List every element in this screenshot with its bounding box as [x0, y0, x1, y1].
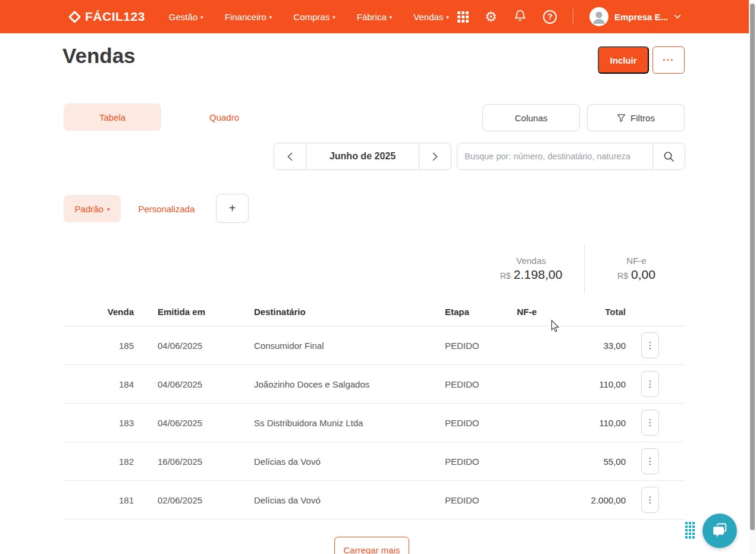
avatar	[589, 7, 608, 26]
table-header-row: Venda Emitida em Destinatário Etapa NF-e…	[64, 297, 685, 326]
cell-destinatario: Delícias da Vovó	[223, 457, 444, 467]
row-actions-button[interactable]: ⋮	[641, 332, 659, 358]
nav-menu-label: Vendas	[413, 12, 443, 22]
colunas-button[interactable]: Colunas	[482, 104, 580, 131]
nav-menu-item[interactable]: Compras ▾	[293, 12, 335, 22]
kebab-icon: ⋮	[646, 456, 655, 467]
colunas-label: Colunas	[515, 113, 547, 123]
table-row[interactable]: 182 16/06/2025 Delícias da Vovó PEDIDO 5…	[64, 442, 685, 481]
gear-icon[interactable]: ⚙	[485, 10, 497, 24]
chat-drag-handle[interactable]	[685, 522, 695, 539]
tab-tabela[interactable]: Tabela	[64, 103, 161, 131]
currency-symbol: R$	[500, 271, 511, 281]
scrollbar-thumb[interactable]	[750, 4, 755, 530]
nav-menu-item[interactable]: Financeiro ▾	[225, 12, 272, 22]
table-row[interactable]: 185 04/06/2025 Consumidor Final PEDIDO 3…	[64, 326, 685, 365]
chevron-down-icon	[674, 14, 681, 19]
kebab-icon: ⋮	[646, 417, 655, 428]
kebab-icon: ⋮	[646, 340, 655, 351]
nav-menu-item[interactable]: Gestão ▾	[169, 12, 203, 22]
cell-venda: 185	[64, 341, 134, 351]
company-name: Empresa E...	[614, 12, 668, 22]
filtros-label: Filtros	[630, 113, 655, 123]
col-header-emitida-em: Emitida em	[134, 307, 223, 317]
bell-icon[interactable]	[513, 9, 527, 25]
navbar-icons: ⚙ ? Empresa E...	[457, 7, 681, 26]
cell-venda: 181	[64, 495, 134, 505]
cell-emitida-em: 04/06/2025	[134, 379, 223, 389]
top-navbar: FÁCIL123 Gestão ▾ Financeiro ▾ Compras ▾…	[0, 0, 756, 33]
apps-grid-icon[interactable]	[457, 11, 469, 23]
period-label[interactable]: Junho de 2025	[306, 143, 419, 169]
navbar-divider	[573, 9, 573, 24]
cell-venda: 182	[64, 457, 134, 467]
search-button[interactable]	[653, 143, 685, 169]
kebab-icon: ⋮	[646, 379, 655, 389]
table-row[interactable]: 183 04/06/2025 Ss Distribuidora Muniz Lt…	[64, 404, 685, 442]
load-more-button[interactable]: Carregar mais	[334, 537, 409, 554]
nav-menu-label: Compras	[293, 12, 330, 22]
caret-down-icon: ▾	[446, 14, 449, 20]
table-row[interactable]: 184 04/06/2025 Joãozinho Doces e Salgado…	[64, 365, 685, 404]
summary-nfe-label: NF-e	[626, 256, 646, 266]
cell-etapa: PEDIDO	[444, 495, 516, 505]
cell-etapa: PEDIDO	[444, 341, 516, 351]
padrao-label: Padrão	[75, 204, 103, 214]
cell-total: 33,00	[587, 341, 626, 351]
filtros-button[interactable]: Filtros	[587, 104, 685, 131]
page-title: Vendas	[62, 44, 136, 68]
caret-down-icon: ▾	[269, 14, 272, 20]
previous-month-button[interactable]	[274, 143, 306, 169]
search-input[interactable]	[457, 143, 653, 169]
period-navigator: Junho de 2025	[274, 143, 451, 170]
cell-total: 55,00	[587, 457, 626, 467]
summary-nfe-value: 0,00	[631, 267, 655, 282]
cell-destinatario: Delícias da Vovó	[223, 495, 444, 505]
nav-menu-item[interactable]: Vendas ▾	[413, 12, 449, 22]
chevron-left-icon	[287, 152, 293, 161]
summary-divider	[584, 245, 585, 294]
table-row[interactable]: 181 02/06/2025 Delícias da Vovó PEDIDO 2…	[64, 481, 685, 520]
tab-quadro[interactable]: Quadro	[175, 103, 273, 131]
more-actions-button[interactable]: ...	[653, 46, 685, 74]
ellipsis-icon: ...	[663, 52, 674, 63]
col-header-total: Total	[587, 307, 626, 317]
plus-icon: +	[229, 202, 236, 215]
next-month-button[interactable]	[419, 143, 451, 169]
cell-destinatario: Ss Distribuidora Muniz Ltda	[223, 418, 444, 428]
search-box	[457, 143, 685, 170]
account-menu[interactable]: Empresa E...	[589, 7, 681, 26]
main-menu: Gestão ▾ Financeiro ▾ Compras ▾ Fábrica …	[169, 12, 449, 22]
col-header-destinatario: Destinatário	[223, 307, 444, 317]
row-actions-button[interactable]: ⋮	[641, 487, 659, 513]
kebab-icon: ⋮	[646, 495, 655, 505]
table-body: 185 04/06/2025 Consumidor Final PEDIDO 3…	[64, 326, 685, 520]
help-icon[interactable]: ?	[543, 10, 557, 24]
chat-launcher-button[interactable]	[702, 514, 737, 548]
caret-down-icon: ▾	[390, 14, 393, 20]
brand-logo[interactable]: FÁCIL123	[70, 10, 145, 24]
cell-venda: 184	[64, 379, 134, 389]
cell-emitida-em: 04/06/2025	[134, 341, 223, 351]
cell-emitida-em: 02/06/2025	[134, 495, 223, 505]
currency-symbol: R$	[617, 271, 628, 281]
incluir-button[interactable]: Incluir	[598, 46, 649, 74]
cell-etapa: PEDIDO	[444, 457, 516, 467]
add-view-button[interactable]: +	[216, 194, 249, 223]
cell-venda: 183	[64, 418, 134, 428]
row-actions-button[interactable]: ⋮	[641, 371, 659, 397]
funnel-icon	[617, 114, 626, 122]
sales-table: Venda Emitida em Destinatário Etapa NF-e…	[64, 297, 685, 520]
summary-nfe: NF-e R$ 0,00	[587, 256, 686, 282]
padrao-view-dropdown[interactable]: Padrão ▾	[64, 195, 121, 222]
row-actions-button[interactable]: ⋮	[641, 448, 659, 474]
personalizada-view[interactable]: Personalizada	[128, 195, 205, 222]
search-icon	[663, 151, 675, 162]
cell-total: 110,00	[587, 379, 626, 389]
brand-text: FÁCIL123	[85, 10, 145, 24]
cell-total: 2.000,00	[587, 495, 626, 505]
caret-down-icon: ▾	[107, 206, 110, 212]
row-actions-button[interactable]: ⋮	[641, 410, 659, 436]
nav-menu-item[interactable]: Fábrica ▾	[357, 12, 393, 22]
caret-down-icon: ▾	[200, 14, 203, 20]
